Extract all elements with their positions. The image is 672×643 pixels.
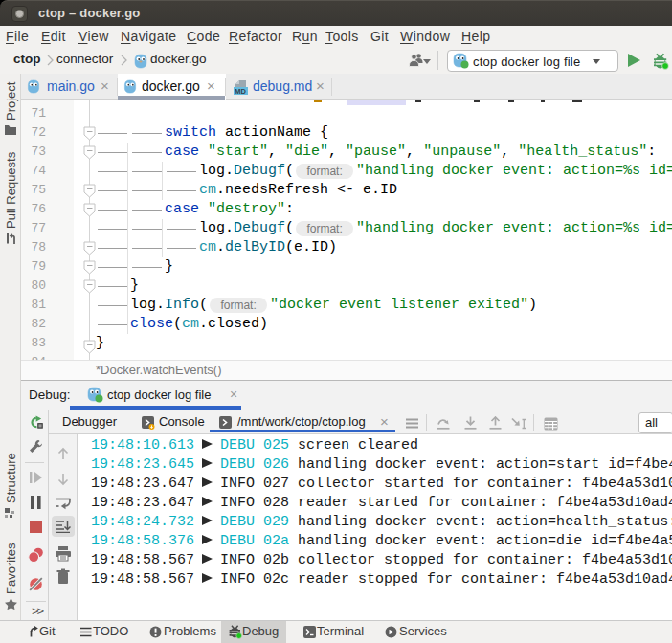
svg-text:MD: MD xyxy=(235,87,246,96)
